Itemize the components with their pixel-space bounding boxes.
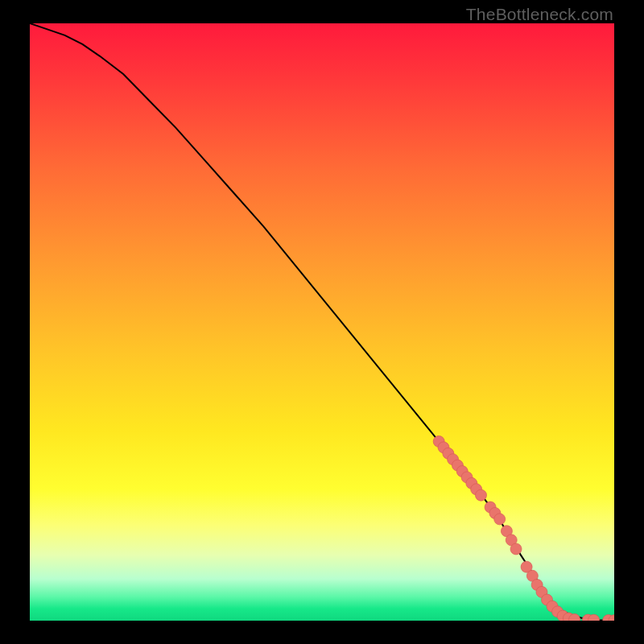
curve-line bbox=[30, 23, 614, 621]
data-marker bbox=[494, 514, 506, 525]
plot-area bbox=[30, 23, 614, 621]
watermark-text: TheBottleneck.com bbox=[466, 5, 613, 24]
data-marker bbox=[475, 489, 486, 501]
chart-frame: TheBottleneck.com bbox=[0, 0, 644, 644]
chart-svg bbox=[30, 23, 614, 621]
data-marker bbox=[510, 543, 522, 555]
